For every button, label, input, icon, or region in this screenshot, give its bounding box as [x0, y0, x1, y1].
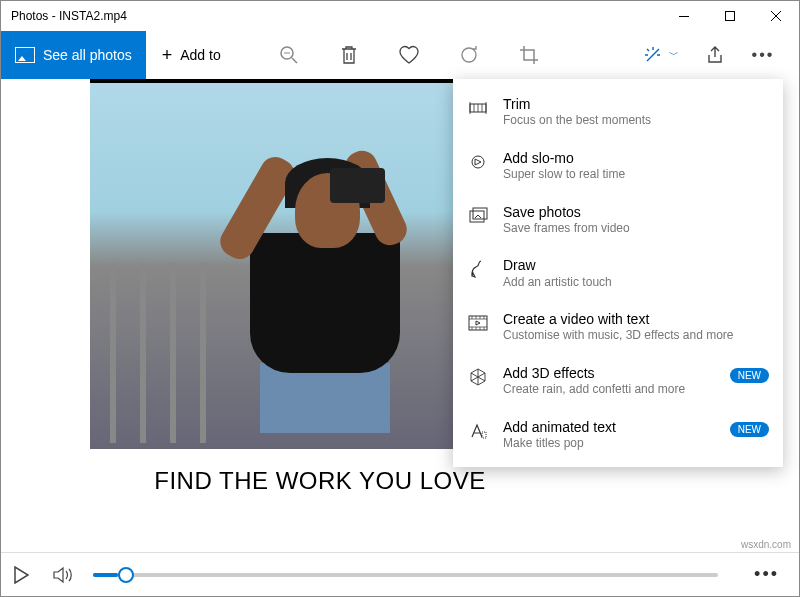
video-text-icon	[467, 312, 489, 334]
toolbar-right: ﹀ •••	[643, 43, 799, 67]
close-button[interactable]	[753, 1, 799, 31]
edit-create-button[interactable]: ﹀	[643, 45, 679, 65]
more-icon[interactable]: •••	[751, 43, 775, 67]
rotate-icon[interactable]	[457, 43, 481, 67]
menu-item-3d-effects[interactable]: Add 3D effectsCreate rain, add confetti …	[453, 354, 783, 408]
window-controls	[661, 1, 799, 31]
seek-fill	[93, 573, 118, 577]
svg-point-5	[472, 156, 484, 168]
add-to-label: Add to	[180, 47, 220, 63]
menu-desc: Make titles pop	[503, 436, 769, 452]
zoom-icon[interactable]	[277, 43, 301, 67]
play-button[interactable]	[13, 566, 37, 584]
menu-title: Save photos	[503, 203, 769, 221]
3d-effects-icon	[467, 366, 489, 388]
menu-item-create-video[interactable]: Create a video with textCustomise with m…	[453, 300, 783, 354]
new-badge: NEW	[730, 422, 769, 437]
svg-rect-0	[679, 16, 689, 17]
menu-desc: Add an artistic touch	[503, 275, 769, 291]
animated-text-icon	[467, 420, 489, 442]
menu-title: Trim	[503, 95, 769, 113]
svg-rect-9	[482, 432, 486, 438]
trim-icon	[467, 97, 489, 119]
menu-item-draw[interactable]: DrawAdd an artistic touch	[453, 246, 783, 300]
edit-dropdown: TrimFocus on the best moments Add slo-mo…	[453, 79, 783, 467]
menu-title: Add slo-mo	[503, 149, 769, 167]
menu-title: Add animated text	[503, 418, 769, 436]
watermark: wsxdn.com	[741, 539, 791, 550]
toolbar-icons	[277, 43, 541, 67]
plus-icon: +	[162, 45, 173, 66]
chevron-down-icon: ﹀	[669, 48, 679, 62]
minimize-button[interactable]	[661, 1, 707, 31]
playback-bar: •••	[1, 552, 799, 596]
volume-button[interactable]	[53, 566, 77, 584]
menu-title: Create a video with text	[503, 310, 769, 328]
menu-item-animated-text[interactable]: Add animated textMake titles pop NEW	[453, 408, 783, 462]
delete-icon[interactable]	[337, 43, 361, 67]
toolbar: See all photos + Add to ﹀ •••	[1, 31, 799, 79]
photo-icon	[15, 47, 35, 63]
titlebar: Photos - INSTA2.mp4	[1, 1, 799, 31]
menu-title: Add 3D effects	[503, 364, 769, 382]
add-to-button[interactable]: + Add to	[146, 31, 237, 79]
draw-icon	[467, 258, 489, 280]
window-title: Photos - INSTA2.mp4	[11, 9, 127, 23]
content-area: FIND THE WORK YOU LOVE TrimFocus on the …	[1, 79, 799, 552]
see-all-photos-button[interactable]: See all photos	[1, 31, 146, 79]
svg-point-3	[462, 48, 476, 62]
menu-desc: Customise with music, 3D effects and mor…	[503, 328, 769, 344]
menu-desc: Super slow to real time	[503, 167, 769, 183]
playback-more-button[interactable]: •••	[746, 564, 787, 585]
slomo-icon	[467, 151, 489, 173]
seek-track[interactable]	[93, 573, 718, 577]
menu-desc: Save frames from video	[503, 221, 769, 237]
crop-icon[interactable]	[517, 43, 541, 67]
heart-icon[interactable]	[397, 43, 421, 67]
menu-item-trim[interactable]: TrimFocus on the best moments	[453, 85, 783, 139]
menu-item-slomo[interactable]: Add slo-moSuper slow to real time	[453, 139, 783, 193]
maximize-button[interactable]	[707, 1, 753, 31]
menu-desc: Focus on the best moments	[503, 113, 769, 129]
menu-title: Draw	[503, 256, 769, 274]
menu-item-save-photos[interactable]: Save photosSave frames from video	[453, 193, 783, 247]
share-icon[interactable]	[703, 43, 727, 67]
svg-rect-1	[726, 12, 735, 21]
menu-desc: Create rain, add confetti and more	[503, 382, 769, 398]
magic-wand-icon	[643, 45, 663, 65]
new-badge: NEW	[730, 368, 769, 383]
see-all-label: See all photos	[43, 47, 132, 63]
seek-thumb[interactable]	[118, 567, 134, 583]
save-photos-icon	[467, 205, 489, 227]
